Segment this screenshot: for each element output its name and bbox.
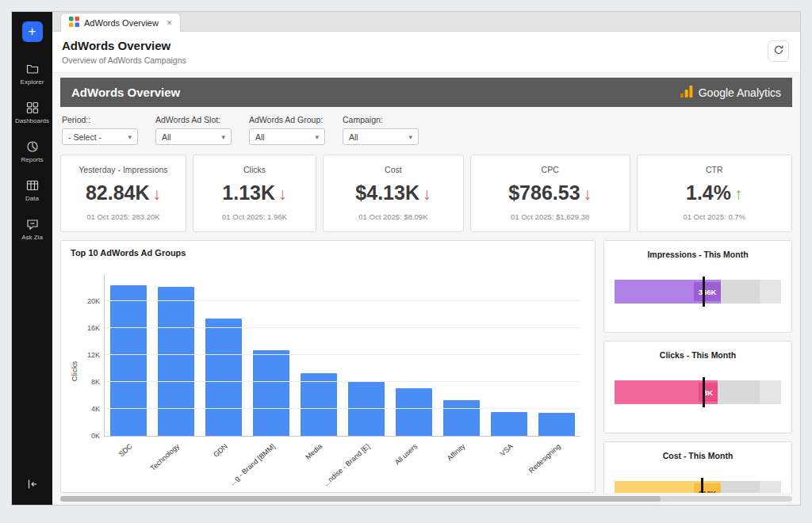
google-analytics-label: Google Analytics <box>699 86 781 99</box>
x-label-slot: ...g - Brand [BMM] <box>247 436 295 483</box>
charts-row: Top 10 AdWords Ad Groups Clicks SDCTechn… <box>60 240 792 493</box>
filter-select-campaign[interactable]: All▾ <box>343 128 419 145</box>
trend-down-icon: ↓ <box>153 185 162 203</box>
x-tick-label: GDN <box>212 442 229 459</box>
filter-label: AdWords Ad Group: <box>249 115 325 124</box>
chart-title: Top 10 AdWords Ad Groups <box>71 248 585 258</box>
tab-bar: AdWords Overview × <box>52 12 800 32</box>
tab-adwords-overview[interactable]: AdWords Overview × <box>60 13 181 32</box>
kpi-row: Yesterday - Impressions82.84K↓01 Oct 202… <box>60 155 792 232</box>
sidebar-item-ask-zia[interactable]: Ask Zia <box>12 210 52 249</box>
gridline <box>105 381 580 382</box>
bullet-card-impressions-this-month: Impressions - This Month366K <box>603 240 792 333</box>
data-table-icon <box>26 179 39 192</box>
bar-g-brand-bmm[interactable] <box>253 350 289 436</box>
sidebar-item-explorer[interactable]: Explorer <box>12 55 52 94</box>
bar-slot <box>295 274 343 436</box>
kpi-title: CTR <box>642 165 787 174</box>
sidebar-item-label: Dashboards <box>15 117 49 124</box>
kpi-footnote: 01 Oct 2025: $1,629.38 <box>476 212 625 221</box>
kpi-card-ctr[interactable]: CTR1.4%↑01 Oct 2025: 0.7% <box>637 155 792 232</box>
bar-media[interactable] <box>301 373 337 436</box>
kpi-title: Cost <box>328 165 458 174</box>
x-tick-label: Media <box>304 442 324 461</box>
zia-icon <box>26 218 39 231</box>
bar-affinity[interactable] <box>443 400 480 436</box>
kpi-value: 82.84K↓ <box>66 181 181 204</box>
kpi-card-yesterday-impressions[interactable]: Yesterday - Impressions82.84K↓01 Oct 202… <box>60 155 186 232</box>
horizontal-scrollbar[interactable] <box>60 496 792 502</box>
bullet-title: Clicks - This Month <box>615 350 781 360</box>
bullet-range-band <box>760 380 781 404</box>
google-analytics-logo: Google Analytics <box>680 86 781 100</box>
kpi-card-clicks[interactable]: Clicks1.13K↓01 Oct 2025: 1.96K <box>193 155 316 232</box>
bar-technology[interactable] <box>158 287 194 436</box>
add-new-button[interactable]: + <box>22 21 43 42</box>
y-tick-label: 8K <box>76 378 100 386</box>
close-icon[interactable]: × <box>163 17 172 29</box>
filter-label: AdWords Ad Slot: <box>155 115 232 124</box>
bullet-target-marker <box>703 277 705 307</box>
bullet-range-band <box>760 280 781 303</box>
tab-label: AdWords Overview <box>84 18 159 28</box>
x-tick-label: Redesigning <box>527 442 562 475</box>
chevron-down-icon: ▾ <box>221 133 225 141</box>
sidebar-item-label: Reports <box>21 156 43 163</box>
page-title: AdWords Overview <box>62 39 186 52</box>
refresh-button[interactable] <box>768 40 789 62</box>
filter-select-adwords-ad-slot[interactable]: All▾ <box>155 128 232 145</box>
refresh-icon <box>773 44 784 58</box>
bullet-card-cost-this-month: Cost - This Month$12K <box>603 441 792 493</box>
trend-down-icon: ↓ <box>278 185 287 203</box>
dashboard-content: AdWords Overview Google Analytics Period… <box>52 73 800 505</box>
gridline <box>105 354 580 355</box>
bar-vsa[interactable] <box>491 412 527 436</box>
sidebar-item-dashboards[interactable]: Dashboards <box>12 94 52 132</box>
kpi-value: $786.53↓ <box>476 181 625 204</box>
filter-select-adwords-ad-group[interactable]: All▾ <box>249 128 325 145</box>
filter-select-period[interactable]: - Select -▾ <box>62 128 138 145</box>
bar-gdn[interactable] <box>205 319 242 436</box>
bullet-title: Impressions - This Month <box>615 250 781 259</box>
bar-all-users[interactable] <box>396 388 432 436</box>
kpi-title: Yesterday - Impressions <box>66 165 181 174</box>
bullet-column: Impressions - This Month366KClicks - Thi… <box>603 240 792 493</box>
bar-slot <box>438 274 485 436</box>
bullet-gauge[interactable]: 366K <box>615 280 781 303</box>
kpi-value-text: 1.4% <box>686 181 731 204</box>
bullet-target-marker <box>703 377 705 407</box>
bullet-gauge[interactable]: $12K <box>615 481 781 493</box>
select-value: All <box>162 132 171 142</box>
bar-slot <box>247 274 295 436</box>
bar-sdc[interactable] <box>110 285 147 436</box>
kpi-card-cpc[interactable]: CPC$786.53↓01 Oct 2025: $1,629.38 <box>470 155 630 232</box>
reports-icon <box>26 140 39 153</box>
page-subtitle: Overview of AdWords Campaigns <box>62 55 186 65</box>
scrollbar-thumb[interactable] <box>60 496 661 502</box>
x-tick-label: All users <box>393 442 419 467</box>
kpi-card-cost[interactable]: Cost$4.13K↓01 Oct 2025: $8.09K <box>323 155 464 232</box>
kpi-value-text: $786.53 <box>508 181 580 204</box>
kpi-value-text: 82.84K <box>86 181 150 204</box>
y-tick-label: 20K <box>76 297 100 305</box>
sidebar-item-data[interactable]: Data <box>12 171 52 210</box>
trend-up-icon: ↑ <box>734 185 743 203</box>
x-label-slot: ...ndise - Brand [E] <box>343 436 390 483</box>
x-tick-label: SDC <box>117 442 134 458</box>
dashboards-icon <box>26 101 39 114</box>
bar-slot <box>533 274 580 436</box>
x-label-slot: VSA <box>485 436 533 483</box>
select-value: All <box>255 132 265 142</box>
collapse-sidebar-button[interactable] <box>12 478 52 494</box>
sidebar-item-label: Data <box>25 195 39 202</box>
select-value: All <box>349 132 358 142</box>
sidebar-item-reports[interactable]: Reports <box>12 132 52 171</box>
chevron-down-icon: ▾ <box>408 133 412 141</box>
bullet-gauge[interactable]: 3K <box>615 380 781 404</box>
x-label-slot: SDC <box>105 436 152 483</box>
bar-redesigning[interactable] <box>538 413 575 436</box>
bar-series <box>105 274 580 436</box>
collapse-sidebar-icon <box>26 478 39 494</box>
kpi-value-text: 1.13K <box>222 181 275 204</box>
x-tick-label: VSA <box>499 442 515 457</box>
